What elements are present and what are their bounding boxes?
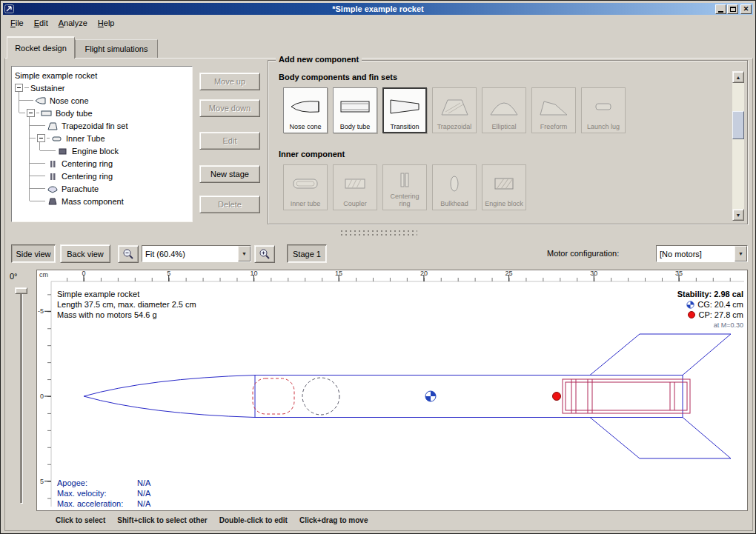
menu-analyze[interactable]: Analyze <box>53 16 93 30</box>
tree-connector <box>30 138 36 138</box>
ruler-tick-label: 35 <box>675 270 683 277</box>
body-tube-icon <box>41 109 53 118</box>
tree-item-label: Sustainer <box>30 84 64 93</box>
tree-item-label: Body tube <box>56 109 93 118</box>
motor-configuration-select[interactable]: [No motors] ▼ <box>656 245 748 262</box>
cp-legend-icon <box>688 311 695 318</box>
tree-connector <box>47 138 50 138</box>
status-hint: Shift+click to select other <box>117 516 207 524</box>
tree-item-centering-ring-1[interactable]: Centering ring <box>12 157 192 170</box>
menu-file[interactable]: File <box>5 16 29 30</box>
new-stage-button[interactable]: New stage <box>199 165 260 183</box>
chevron-down-icon[interactable]: ▼ <box>238 246 251 261</box>
splitter-handle[interactable] <box>340 230 417 236</box>
palette-scrollbar[interactable]: ▲ ▼ <box>732 71 744 221</box>
component-button-label: Bulkhead <box>440 200 468 208</box>
engine-block-icon <box>488 174 520 193</box>
tree-line <box>39 141 40 150</box>
tree-item-label: Trapezoidal fin set <box>62 121 127 130</box>
component-button-label: Freeform <box>540 123 568 131</box>
flight-data: Apogee:N/A Max. velocity:N/A Max. accele… <box>57 478 150 509</box>
maximize-button[interactable] <box>727 4 738 14</box>
menu-help[interactable]: Help <box>93 16 120 30</box>
menu-edit[interactable]: Edit <box>29 16 53 30</box>
rotation-slider-thumb[interactable] <box>15 287 27 294</box>
window-title: *Simple example rocket <box>3 3 753 15</box>
ruler-tick-label: 5 <box>40 478 44 485</box>
centering-ring-icon <box>47 159 59 168</box>
stage-1-toggle[interactable]: Stage 1 <box>287 244 327 263</box>
rotation-angle-label: 0° <box>10 272 18 281</box>
component-button-label: Centering ring <box>385 193 425 208</box>
tree-item-fin-set[interactable]: Trapezoidal fin set <box>12 119 192 132</box>
stability-info: Stability: 2.98 cal CG: 20.4 cm CP: 27.8… <box>677 289 743 330</box>
titlebar[interactable]: *Simple example rocket ✕ <box>3 3 753 15</box>
cg-value: CG: 20.4 cm <box>697 299 743 310</box>
tree-connector <box>19 113 25 113</box>
component-button-transition[interactable]: Transition <box>382 87 427 133</box>
rocket-mass: Mass with no motors 54.6 g <box>57 310 196 320</box>
scroll-down-button[interactable]: ▼ <box>732 209 744 221</box>
move-up-button: Move up <box>199 73 260 90</box>
zoom-out-button[interactable] <box>118 245 139 263</box>
tree-item-parachute[interactable]: Parachute <box>12 182 192 195</box>
tab-flight-simulations[interactable]: Flight simulations <box>75 39 158 58</box>
tree-item-rocket[interactable]: Simple example rocket <box>12 69 192 81</box>
collapse-icon[interactable] <box>27 109 35 117</box>
zoom-out-icon <box>122 248 134 260</box>
zoom-value: Fit (60.4%) <box>142 246 238 261</box>
tree-item-label: Parachute <box>62 184 99 193</box>
tab-rocket-design[interactable]: Rocket design <box>7 36 75 59</box>
scrollbar-thumb[interactable] <box>732 111 744 139</box>
tree-line <box>19 91 19 113</box>
add-component-group: Add new component Body components and fi… <box>268 60 748 224</box>
cp-marker[interactable] <box>553 393 561 401</box>
back-view-button[interactable]: Back view <box>60 244 110 263</box>
side-view-button[interactable]: Side view <box>11 244 56 263</box>
tree-item-label: Centering ring <box>62 172 113 181</box>
component-button-label: Nose cone <box>289 123 321 131</box>
component-button-engine-block: Engine block <box>482 164 526 210</box>
group-title: Add new component <box>276 55 362 64</box>
move-down-button: Move down <box>199 99 260 117</box>
tree-item-body-tube[interactable]: Body tube <box>12 107 192 119</box>
tree-connector <box>30 188 45 189</box>
motor-configuration-value: [No motors] <box>657 246 735 261</box>
tree-item-nose-cone[interactable]: Nose cone <box>12 94 192 107</box>
scroll-up-button[interactable]: ▲ <box>732 71 744 83</box>
ruler-tick-label: 30 <box>590 270 597 277</box>
zoom-in-button[interactable] <box>254 245 275 263</box>
edit-button: Edit <box>199 132 260 150</box>
component-button-label: Body tube <box>340 123 371 131</box>
tree-connector <box>19 100 33 101</box>
collapse-icon[interactable] <box>37 134 45 142</box>
rotation-slider-track[interactable] <box>20 288 22 503</box>
nose-cone-icon <box>35 96 47 105</box>
max-velocity-label: Max. velocity: <box>57 488 137 498</box>
component-button-trapezoidal: Trapezoidal <box>432 87 477 133</box>
zoom-select[interactable]: Fit (60.4%) ▼ <box>142 245 251 262</box>
tree-item-centering-ring-2[interactable]: Centering ring <box>12 170 192 182</box>
coupler-icon <box>339 174 371 193</box>
component-button-label: Inner tube <box>291 200 321 208</box>
status-bar: Click to select Shift+click to select ot… <box>56 516 368 524</box>
component-button-label: Transition <box>390 123 419 131</box>
tree-item-label: Engine block <box>72 147 119 156</box>
close-button[interactable]: ✕ <box>740 4 752 14</box>
component-button-nose-cone[interactable]: Nose cone <box>283 87 328 133</box>
minimize-icon <box>718 11 723 13</box>
component-button-inner-tube: Inner tube <box>283 164 328 210</box>
chevron-down-icon[interactable]: ▼ <box>735 246 747 261</box>
component-button-bulkhead: Bulkhead <box>432 164 477 210</box>
minimize-button[interactable] <box>715 4 726 14</box>
collapse-icon[interactable] <box>15 84 23 92</box>
component-button-body-tube[interactable]: Body tube <box>333 87 377 133</box>
cg-marker[interactable] <box>425 391 436 401</box>
cg-legend-icon <box>686 301 694 309</box>
tree-item-mass-component[interactable]: Mass component <box>12 195 192 207</box>
tree-item-sustainer[interactable]: Sustainer <box>12 81 192 94</box>
maximize-icon <box>730 7 736 12</box>
transition-icon <box>388 97 421 116</box>
status-hint: Click+drag to move <box>299 516 368 524</box>
component-button-label: Coupler <box>343 200 367 208</box>
